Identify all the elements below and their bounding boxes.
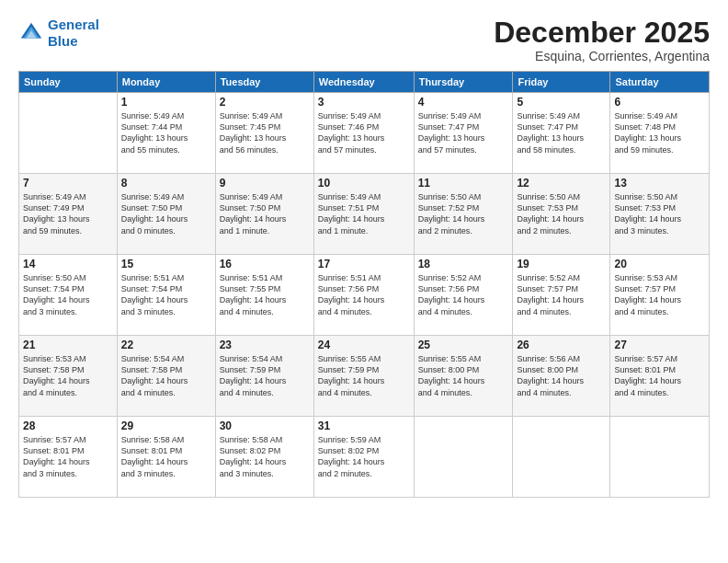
day-number: 11 — [418, 177, 509, 190]
day-info: Sunrise: 5:50 AM Sunset: 7:53 PM Dayligh… — [517, 191, 606, 236]
day-info: Sunrise: 5:49 AM Sunset: 7:47 PM Dayligh… — [517, 110, 606, 155]
calendar-cell — [513, 417, 610, 498]
day-number: 27 — [614, 339, 705, 351]
day-info: Sunrise: 5:49 AM Sunset: 7:51 PM Dayligh… — [318, 191, 410, 236]
calendar-cell: 4Sunrise: 5:49 AM Sunset: 7:47 PM Daylig… — [414, 93, 513, 174]
calendar-cell — [610, 417, 710, 498]
calendar-cell — [414, 417, 513, 498]
day-number: 17 — [318, 258, 410, 270]
day-number: 25 — [418, 339, 509, 351]
day-info: Sunrise: 5:49 AM Sunset: 7:48 PM Dayligh… — [614, 110, 705, 155]
col-header-tuesday: Tuesday — [215, 72, 313, 93]
day-number: 6 — [614, 96, 705, 109]
calendar-cell: 25Sunrise: 5:55 AM Sunset: 8:00 PM Dayli… — [414, 336, 513, 417]
day-info: Sunrise: 5:50 AM Sunset: 7:53 PM Dayligh… — [614, 191, 705, 236]
day-info: Sunrise: 5:51 AM Sunset: 7:54 PM Dayligh… — [121, 272, 211, 317]
col-header-saturday: Saturday — [610, 72, 710, 93]
logo-icon — [18, 20, 44, 46]
day-info: Sunrise: 5:52 AM Sunset: 7:56 PM Dayligh… — [418, 272, 509, 317]
day-number: 10 — [318, 177, 410, 190]
day-number: 24 — [318, 339, 410, 351]
calendar-week-4: 21Sunrise: 5:53 AM Sunset: 7:58 PM Dayli… — [19, 336, 710, 417]
day-info: Sunrise: 5:55 AM Sunset: 8:00 PM Dayligh… — [418, 353, 509, 398]
day-info: Sunrise: 5:49 AM Sunset: 7:46 PM Dayligh… — [318, 110, 410, 155]
calendar-cell: 23Sunrise: 5:54 AM Sunset: 7:59 PM Dayli… — [215, 336, 313, 417]
calendar-cell: 20Sunrise: 5:53 AM Sunset: 7:57 PM Dayli… — [610, 255, 710, 336]
day-info: Sunrise: 5:51 AM Sunset: 7:56 PM Dayligh… — [318, 272, 410, 317]
calendar-cell: 5Sunrise: 5:49 AM Sunset: 7:47 PM Daylig… — [513, 93, 610, 174]
calendar-cell: 3Sunrise: 5:49 AM Sunset: 7:46 PM Daylig… — [313, 93, 414, 174]
day-number: 23 — [220, 339, 310, 351]
logo: General Blue — [18, 17, 99, 50]
calendar-cell: 11Sunrise: 5:50 AM Sunset: 7:52 PM Dayli… — [414, 174, 513, 255]
calendar-cell: 24Sunrise: 5:55 AM Sunset: 7:59 PM Dayli… — [313, 336, 414, 417]
day-number: 13 — [614, 177, 705, 190]
day-number: 15 — [121, 258, 211, 270]
day-number: 8 — [121, 177, 211, 190]
day-info: Sunrise: 5:50 AM Sunset: 7:52 PM Dayligh… — [418, 191, 509, 236]
day-info: Sunrise: 5:52 AM Sunset: 7:57 PM Dayligh… — [517, 272, 606, 317]
page: General Blue December 2025 Esquina, Corr… — [0, 0, 728, 563]
calendar-cell: 31Sunrise: 5:59 AM Sunset: 8:02 PM Dayli… — [313, 417, 414, 498]
col-header-sunday: Sunday — [19, 72, 118, 93]
day-number: 4 — [418, 96, 509, 109]
day-info: Sunrise: 5:53 AM Sunset: 7:57 PM Dayligh… — [614, 272, 705, 317]
day-info: Sunrise: 5:57 AM Sunset: 8:01 PM Dayligh… — [614, 353, 705, 398]
day-number: 28 — [23, 419, 113, 432]
day-number: 29 — [121, 419, 211, 432]
col-header-monday: Monday — [117, 72, 215, 93]
calendar-cell: 28Sunrise: 5:57 AM Sunset: 8:01 PM Dayli… — [19, 417, 118, 498]
day-number: 16 — [220, 258, 310, 270]
day-info: Sunrise: 5:49 AM Sunset: 7:45 PM Dayligh… — [220, 110, 310, 155]
logo-general: General — [48, 17, 99, 32]
logo-text: General Blue — [48, 17, 99, 50]
calendar-week-3: 14Sunrise: 5:50 AM Sunset: 7:54 PM Dayli… — [19, 255, 710, 336]
calendar-cell: 26Sunrise: 5:56 AM Sunset: 8:00 PM Dayli… — [513, 336, 610, 417]
main-title: December 2025 — [494, 17, 710, 49]
day-number: 22 — [121, 339, 211, 351]
day-number: 9 — [220, 177, 310, 190]
col-header-friday: Friday — [513, 72, 610, 93]
day-number: 2 — [220, 96, 310, 109]
day-number: 3 — [318, 96, 410, 109]
day-number: 30 — [220, 419, 310, 432]
calendar-cell — [19, 93, 118, 174]
calendar-cell: 9Sunrise: 5:49 AM Sunset: 7:50 PM Daylig… — [215, 174, 313, 255]
calendar-cell: 16Sunrise: 5:51 AM Sunset: 7:55 PM Dayli… — [215, 255, 313, 336]
day-info: Sunrise: 5:59 AM Sunset: 8:02 PM Dayligh… — [318, 434, 410, 479]
day-info: Sunrise: 5:49 AM Sunset: 7:50 PM Dayligh… — [121, 191, 211, 236]
day-info: Sunrise: 5:54 AM Sunset: 7:58 PM Dayligh… — [121, 353, 211, 398]
day-info: Sunrise: 5:57 AM Sunset: 8:01 PM Dayligh… — [23, 434, 113, 479]
calendar-cell: 18Sunrise: 5:52 AM Sunset: 7:56 PM Dayli… — [414, 255, 513, 336]
col-header-thursday: Thursday — [414, 72, 513, 93]
calendar-cell: 30Sunrise: 5:58 AM Sunset: 8:02 PM Dayli… — [215, 417, 313, 498]
calendar-cell: 8Sunrise: 5:49 AM Sunset: 7:50 PM Daylig… — [117, 174, 215, 255]
calendar-cell: 22Sunrise: 5:54 AM Sunset: 7:58 PM Dayli… — [117, 336, 215, 417]
subtitle: Esquina, Corrientes, Argentina — [494, 49, 710, 63]
calendar-cell: 21Sunrise: 5:53 AM Sunset: 7:58 PM Dayli… — [19, 336, 118, 417]
calendar-cell: 1Sunrise: 5:49 AM Sunset: 7:44 PM Daylig… — [117, 93, 215, 174]
calendar-cell: 14Sunrise: 5:50 AM Sunset: 7:54 PM Dayli… — [19, 255, 118, 336]
day-number: 12 — [517, 177, 606, 190]
calendar-cell: 6Sunrise: 5:49 AM Sunset: 7:48 PM Daylig… — [610, 93, 710, 174]
calendar-cell: 19Sunrise: 5:52 AM Sunset: 7:57 PM Dayli… — [513, 255, 610, 336]
header: General Blue December 2025 Esquina, Corr… — [18, 17, 710, 63]
calendar-cell: 15Sunrise: 5:51 AM Sunset: 7:54 PM Dayli… — [117, 255, 215, 336]
day-number: 14 — [23, 258, 113, 270]
day-number: 5 — [517, 96, 606, 109]
day-info: Sunrise: 5:51 AM Sunset: 7:55 PM Dayligh… — [220, 272, 310, 317]
day-info: Sunrise: 5:58 AM Sunset: 8:01 PM Dayligh… — [121, 434, 211, 479]
day-number: 21 — [23, 339, 113, 351]
day-number: 19 — [517, 258, 606, 270]
calendar-cell: 27Sunrise: 5:57 AM Sunset: 8:01 PM Dayli… — [610, 336, 710, 417]
day-info: Sunrise: 5:55 AM Sunset: 7:59 PM Dayligh… — [318, 353, 410, 398]
day-number: 18 — [418, 258, 509, 270]
calendar-cell: 10Sunrise: 5:49 AM Sunset: 7:51 PM Dayli… — [313, 174, 414, 255]
day-number: 20 — [614, 258, 705, 270]
calendar-cell: 17Sunrise: 5:51 AM Sunset: 7:56 PM Dayli… — [313, 255, 414, 336]
calendar-cell: 29Sunrise: 5:58 AM Sunset: 8:01 PM Dayli… — [117, 417, 215, 498]
calendar-week-2: 7Sunrise: 5:49 AM Sunset: 7:49 PM Daylig… — [19, 174, 710, 255]
calendar-cell: 7Sunrise: 5:49 AM Sunset: 7:49 PM Daylig… — [19, 174, 118, 255]
day-info: Sunrise: 5:53 AM Sunset: 7:58 PM Dayligh… — [23, 353, 113, 398]
col-header-wednesday: Wednesday — [313, 72, 414, 93]
